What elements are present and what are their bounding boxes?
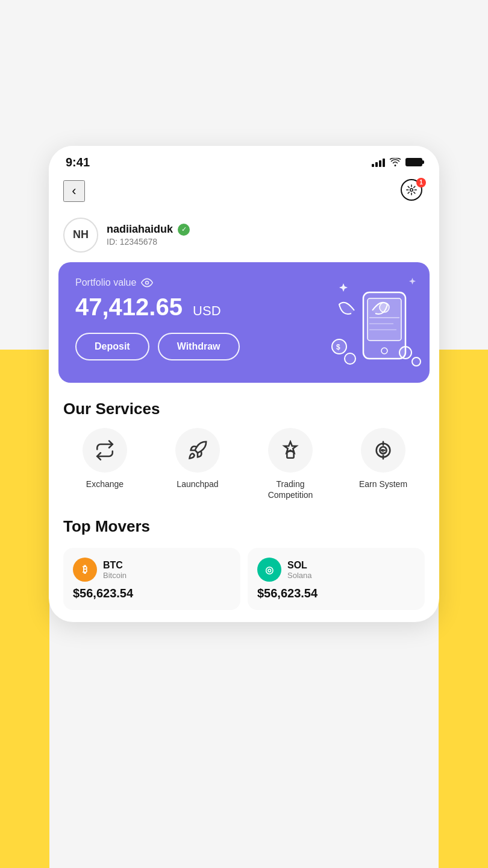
svg-point-1 [146, 281, 149, 284]
btc-header: ₿ BTC Bitcoin [73, 558, 231, 582]
profile-id: ID: 12345678 [107, 237, 425, 247]
signal-icon [372, 157, 385, 167]
top-movers-title: Top Movers [63, 517, 425, 546]
launchpad-label: Launchpad [177, 479, 218, 489]
sol-logo: ◎ [257, 558, 281, 582]
services-grid: Exchange Launchpad [49, 428, 439, 512]
service-item-earn-system[interactable]: $ Earn System [347, 428, 419, 500]
profile-section: NH nadiiahaiduk ✓ ID: 12345678 [49, 210, 439, 262]
verified-badge: ✓ [178, 224, 190, 236]
trading-competition-label: Trading Competition [254, 479, 327, 500]
mover-card-btc[interactable]: ₿ BTC Bitcoin $56,623.54 [63, 548, 240, 610]
svg-point-0 [410, 189, 413, 192]
sol-info: SOL Solana [287, 560, 311, 580]
movers-grid: ₿ BTC Bitcoin $56,623.54 ◎ SOL Solana [63, 548, 425, 610]
portfolio-currency: USD [193, 303, 221, 318]
sol-price: $56,623.54 [257, 587, 415, 600]
mover-card-sol[interactable]: ◎ SOL Solana $56,623.54 [248, 548, 425, 610]
services-title: Our Services [49, 395, 439, 428]
deposit-button[interactable]: Deposit [75, 333, 149, 360]
exchange-icon-bg [83, 428, 127, 473]
support-button[interactable]: 1 [401, 179, 425, 203]
back-button[interactable]: ‹ [63, 180, 85, 202]
service-item-exchange[interactable]: Exchange [69, 428, 141, 500]
launchpad-icon-bg [175, 428, 220, 473]
btc-price: $56,623.54 [73, 587, 231, 600]
svg-point-13 [412, 357, 421, 366]
btc-symbol: BTC [103, 560, 127, 571]
sol-header: ◎ SOL Solana [257, 558, 415, 582]
portfolio-card: Portfolio value 47,412.65 USD Deposit Wi… [58, 262, 430, 383]
svg-text:$: $ [381, 447, 385, 454]
status-time: 9:41 [66, 156, 90, 169]
phone-mockup: 9:41 ‹ [49, 146, 439, 622]
service-item-launchpad[interactable]: Launchpad [161, 428, 234, 500]
battery-icon [405, 158, 422, 166]
btc-info: BTC Bitcoin [103, 560, 127, 580]
profile-name: nadiiahaiduk [107, 223, 173, 236]
withdraw-button[interactable]: Withdraw [158, 333, 240, 360]
avatar: NH [63, 218, 98, 253]
sol-name: Solana [287, 571, 311, 580]
svg-point-11 [345, 353, 355, 364]
sol-symbol: SOL [287, 560, 311, 571]
status-icons [372, 157, 422, 167]
service-item-trading-competition[interactable]: Trading Competition [254, 428, 327, 500]
btc-logo: ₿ [73, 558, 97, 582]
trading-competition-icon-bg [268, 428, 313, 473]
exchange-label: Exchange [86, 479, 124, 489]
profile-name-row: nadiiahaiduk ✓ [107, 223, 425, 236]
back-chevron-icon: ‹ [72, 183, 76, 199]
notification-badge: 1 [416, 178, 426, 187]
svg-text:$: $ [336, 343, 340, 351]
earn-system-icon-bg: $ [361, 428, 405, 473]
nav-bar: ‹ 1 [49, 174, 439, 210]
services-section: Our Services Exchange [49, 395, 439, 512]
earn-system-label: Earn System [359, 479, 407, 489]
profile-info: nadiiahaiduk ✓ ID: 12345678 [107, 223, 425, 247]
portfolio-illustration: $ [327, 268, 424, 377]
top-movers-section: Top Movers ₿ BTC Bitcoin $56,623.54 ◎ [49, 512, 439, 622]
wifi-icon [390, 158, 401, 166]
svg-point-12 [399, 347, 411, 359]
status-bar: 9:41 [49, 146, 439, 174]
btc-name: Bitcoin [103, 571, 127, 580]
